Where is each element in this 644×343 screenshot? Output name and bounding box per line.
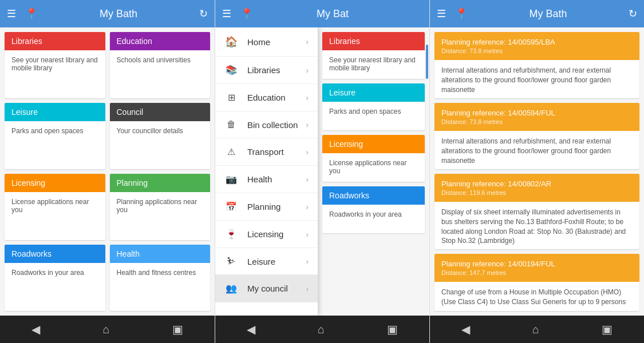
planning-card-2[interactable]: Planning reference: 14/00594/FUL Distanc… [434,103,639,169]
home-icon-2[interactable]: ⌂ [318,323,325,336]
panel2-tile-leisure: Leisure Parks and open spaces [322,83,425,130]
planning-distance-3: Distance: 119.6 metres [441,189,633,196]
menu-label-home: Home [247,37,270,47]
planning-body-3: Display of six sheet internally illumina… [434,202,639,249]
my-council-menu-icon: 👥 [224,283,238,294]
transport-menu-icon: ⚠ [224,146,238,157]
topbar-title-3: My Bath [529,8,567,20]
menu-item-my-council[interactable]: 👥 My council › [215,275,318,302]
tile-licensing[interactable]: Licensing License applications near you [5,174,105,240]
recents-icon-3[interactable]: ▣ [602,322,613,336]
location-icon-2[interactable]: 📍 [240,7,253,20]
planning-menu-icon: 📅 [224,201,238,212]
licensing-menu-icon: 🍷 [224,229,238,240]
topbar-main: ☰ 📍 My Bath ↻ [0,0,215,27]
menu-item-planning[interactable]: 📅 Planning › [215,193,318,221]
refresh-icon-3[interactable]: ↻ [629,7,637,20]
back-icon-3[interactable]: ◀ [461,322,470,336]
tile-leisure-body: Parks and open spaces [5,121,105,150]
tile-libraries-header: Libraries [5,32,105,50]
home-icon[interactable]: ⌂ [102,323,109,336]
planning-card-1[interactable]: Planning reference: 14/00595/LBA Distanc… [434,32,639,98]
location-icon-3[interactable]: 📍 [455,7,468,20]
tile-libraries[interactable]: Libraries See your nearest library and m… [5,32,105,98]
panel2-tile-roadworks: Roadworks Roadworks in your area [322,186,425,233]
health-menu-icon: 📷 [224,174,238,185]
planning-card-1-header: Planning reference: 14/00595/LBA Distanc… [434,32,639,60]
tile-planning[interactable]: Planning Planning applications near you [110,174,211,240]
planning-card-3-header: Planning reference: 14/00802/AR Distance… [434,174,639,202]
chevron-right-icon-3: › [306,93,309,102]
chevron-right-icon: › [306,37,309,46]
menu-label-transport: Transport [247,147,284,157]
menu-label-my-council: My council [247,284,288,293]
planning-card-2-header: Planning reference: 14/00594/FUL Distanc… [434,103,639,131]
menu-icon-2[interactable]: ☰ [222,7,231,20]
tile-roadworks[interactable]: Roadworks Roadworks in your area [5,245,105,311]
planning-ref-3: Planning reference: 14/00802/AR [441,180,633,188]
nav-menu: 🏠 Home › 📚 Libraries › ⊞ Education › [215,27,318,316]
home-icon-3[interactable]: ⌂ [532,323,539,336]
menu-label-health: Health [247,174,272,184]
bin-menu-icon: 🗑 [224,119,238,130]
back-icon-2[interactable]: ◀ [247,322,255,336]
tile-libraries-body: See your nearest library and mobile libr… [5,50,105,79]
planning-results-list: Planning reference: 14/00595/LBA Distanc… [430,27,644,316]
topbar-planning-left: ☰ 📍 [437,7,468,20]
menu-item-bin[interactable]: 🗑 Bin collection › [215,111,318,138]
topbar-title-2: My Bat [317,8,349,20]
location-icon[interactable]: 📍 [25,7,38,20]
planning-body-2: Internal alterations and refurbishment, … [434,131,639,169]
planning-body-1: Internal alterations and refurbishment, … [434,60,639,98]
planning-body-4: Change of use from a House in Multiple O… [434,282,639,311]
refresh-icon[interactable]: ↻ [199,7,208,20]
tile-planning-header: Planning [110,174,211,192]
tile-licensing-body: License applications near you [5,192,105,221]
tile-council-body: Your councillor details [110,121,211,150]
topbar-menu-left: ☰ 📍 [222,7,253,20]
panel-planning: ☰ 📍 My Bath ↻ Planning reference: 14/005… [429,0,644,343]
planning-ref-2: Planning reference: 14/00594/FUL [441,109,633,117]
menu-item-health[interactable]: 📷 Health › [215,166,318,193]
planning-ref-4: Planning reference: 14/00194/FUL [441,260,633,268]
planning-card-4[interactable]: Planning reference: 14/00194/FUL Distanc… [434,254,639,311]
tile-roadworks-body: Roadworks in your area [5,263,105,292]
topbar-left-icons: ☰ 📍 [7,7,38,20]
tile-roadworks-header: Roadworks [5,245,105,263]
planning-card-3[interactable]: Planning reference: 14/00802/AR Distance… [434,174,639,249]
menu-item-leisure[interactable]: ⛷ Leisure › [215,248,318,275]
chevron-right-icon-9: › [306,257,309,266]
menu-item-education[interactable]: ⊞ Education › [215,84,318,111]
menu-label-libraries: Libraries [247,65,280,75]
home-menu-icon: 🏠 [224,35,238,48]
recents-icon[interactable]: ▣ [172,322,183,336]
menu-item-licensing[interactable]: 🍷 Licensing › [215,221,318,248]
tile-health-body: Health and fitness centres [110,263,211,292]
back-icon[interactable]: ◀ [31,322,40,336]
panel-menu: ☰ 📍 My Bat 🏠 Home › 📚 Libraries › [215,0,429,343]
tile-leisure[interactable]: Leisure Parks and open spaces [5,103,105,169]
tile-leisure-header: Leisure [5,103,105,121]
menu-icon-3[interactable]: ☰ [437,7,446,20]
menu-item-libraries[interactable]: 📚 Libraries › [215,57,318,84]
menu-icon[interactable]: ☰ [7,7,16,20]
tile-education[interactable]: Education Schools and universities [110,32,211,98]
recents-icon-2[interactable]: ▣ [387,322,398,336]
menu-label-education: Education [247,93,286,102]
education-menu-icon: ⊞ [224,92,238,103]
leisure-menu-icon: ⛷ [224,256,238,266]
tile-planning-body: Planning applications near you [110,192,211,221]
chevron-right-icon-6: › [306,175,309,184]
topbar-menu: ☰ 📍 My Bat [215,0,429,27]
planning-ref-1: Planning reference: 14/00595/LBA [441,38,633,46]
bottom-bar-menu: ◀ ⌂ ▣ [215,316,429,343]
menu-item-home[interactable]: 🏠 Home › [215,27,318,57]
topbar-title: My Bath [100,8,137,20]
tile-licensing-header: Licensing [5,174,105,192]
tile-council[interactable]: Council Your councillor details [110,103,211,169]
menu-label-leisure: Leisure [247,257,275,266]
menu-item-transport[interactable]: ⚠ Transport › [215,138,318,166]
chevron-right-icon-2: › [306,66,309,75]
tile-health[interactable]: Health Health and fitness centres [110,245,211,311]
panel-main: ☰ 📍 My Bath ↻ Libraries See your nearest… [0,0,215,343]
